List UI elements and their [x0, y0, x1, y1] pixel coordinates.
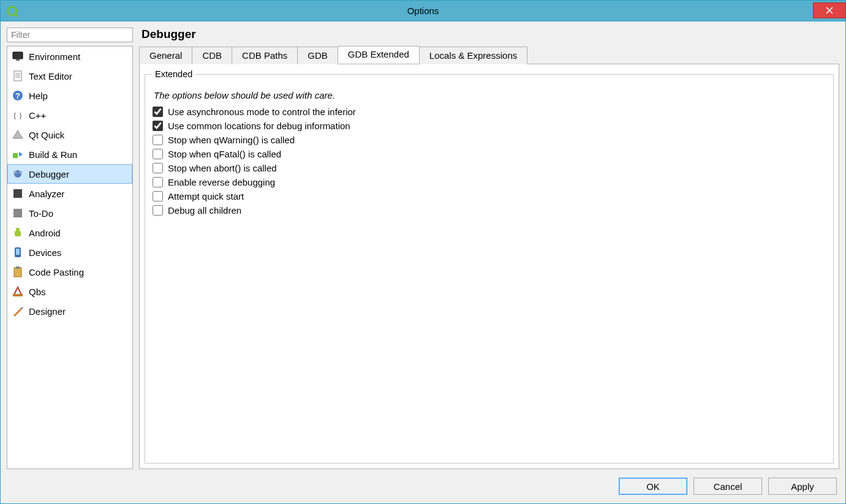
checkbox-input[interactable] [153, 121, 163, 131]
checkbox-label: Stop when abort() is called [168, 163, 277, 173]
checkbox-row[interactable]: Stop when abort() is called [153, 163, 826, 173]
checkbox-input[interactable] [153, 191, 163, 201]
group-legend: Extended [153, 69, 195, 79]
checkbox-row[interactable]: Stop when qWarning() is called [153, 135, 826, 145]
svg-text:?: ? [15, 91, 20, 100]
checkbox-label: Enable reverse debugging [168, 177, 275, 187]
apply-button[interactable]: Apply [768, 478, 837, 495]
category-label: Build & Run [29, 149, 77, 160]
cancel-button[interactable]: Cancel [693, 478, 762, 495]
svg-rect-4 [14, 71, 21, 81]
svg-line-22 [16, 228, 17, 229]
svg-rect-28 [13, 294, 23, 296]
svg-point-15 [19, 172, 20, 173]
category-item[interactable]: ?Help [7, 86, 132, 105]
todo-icon [12, 207, 24, 219]
svg-marker-12 [19, 152, 23, 157]
page-title: Debugger [142, 28, 839, 41]
doc-icon [12, 70, 24, 82]
client-area: EnvironmentText Editor?Help{ }C++Qt Quic… [1, 21, 845, 503]
tab[interactable]: General [139, 47, 192, 64]
cpp-icon: { } [12, 109, 24, 121]
checkbox-label: Use common locations for debug informati… [168, 121, 350, 131]
monitor-icon [12, 50, 24, 62]
tab[interactable]: CDB Paths [232, 47, 298, 64]
category-label: Code Pasting [29, 267, 84, 277]
svg-rect-20 [15, 231, 21, 236]
tab[interactable]: GDB Extended [338, 46, 420, 64]
window-title: Options [1, 6, 845, 16]
checkbox-input[interactable] [153, 149, 163, 159]
devices-icon [12, 246, 24, 258]
checkbox-row[interactable]: Enable reverse debugging [153, 177, 826, 187]
category-label: Analyzer [29, 189, 64, 199]
qquick-icon [12, 129, 24, 141]
checkbox-input[interactable] [153, 135, 163, 145]
category-item[interactable]: Qt Quick [7, 125, 132, 145]
category-label: Help [29, 91, 48, 101]
paste-icon [12, 266, 24, 278]
svg-rect-11 [13, 153, 18, 158]
svg-rect-2 [13, 52, 23, 59]
qbs-icon [12, 285, 24, 298]
svg-rect-26 [14, 268, 21, 277]
category-item[interactable]: Debugger [7, 164, 132, 184]
category-list[interactable]: EnvironmentText Editor?Help{ }C++Qt Quic… [7, 46, 133, 469]
category-item[interactable]: Android [7, 223, 132, 243]
tab[interactable]: GDB [297, 47, 338, 64]
category-label: Debugger [29, 169, 69, 179]
category-item[interactable]: Analyzer [7, 184, 132, 203]
svg-rect-3 [16, 59, 20, 61]
filter-input[interactable] [7, 28, 133, 42]
checkbox-input[interactable] [153, 205, 163, 216]
svg-text:{ }: { } [13, 111, 23, 120]
category-label: Designer [29, 306, 66, 317]
category-item[interactable]: Qbs [7, 282, 132, 301]
tab[interactable]: CDB [192, 47, 232, 64]
designer-icon [12, 305, 24, 317]
dialog-buttons: OK Cancel Apply [1, 472, 845, 503]
svg-line-23 [19, 228, 20, 229]
left-pane: EnvironmentText Editor?Help{ }C++Qt Quic… [7, 28, 133, 469]
checkbox-input[interactable] [153, 177, 163, 187]
titlebar: Options [1, 1, 845, 21]
ok-button[interactable]: OK [619, 478, 687, 495]
checkbox-input[interactable] [153, 163, 163, 173]
close-button[interactable] [813, 2, 846, 18]
tab-bar: GeneralCDBCDB PathsGDBGDB ExtendedLocals… [139, 46, 839, 64]
svg-rect-25 [16, 249, 20, 255]
category-item[interactable]: Environment [7, 47, 132, 66]
category-item[interactable]: Designer [7, 301, 132, 321]
extended-group: Extended The options below should be use… [145, 69, 834, 464]
category-item[interactable]: Build & Run [7, 145, 132, 164]
checkbox-row[interactable]: Use common locations for debug informati… [153, 121, 826, 131]
category-label: Environment [29, 51, 80, 62]
debugger-icon [12, 168, 24, 180]
category-item[interactable]: Text Editor [7, 66, 132, 86]
options-dialog: Options EnvironmentText Editor?Help{ }C+… [0, 0, 846, 504]
svg-line-1 [14, 13, 18, 17]
svg-rect-27 [16, 266, 20, 269]
category-item[interactable]: Code Pasting [7, 262, 132, 282]
android-icon [12, 227, 24, 239]
checkbox-label: Stop when qWarning() is called [168, 135, 295, 145]
tab[interactable]: Locals & Expressions [419, 47, 527, 64]
checkbox-row[interactable]: Use asynchronous mode to control the inf… [153, 107, 826, 117]
buildrun-icon [12, 148, 24, 160]
svg-rect-18 [13, 189, 22, 198]
checkbox-input[interactable] [153, 107, 163, 117]
right-pane: Debugger GeneralCDBCDB PathsGDBGDB Exten… [139, 28, 839, 469]
category-label: C++ [29, 110, 46, 121]
checkbox-label: Stop when qFatal() is called [168, 149, 281, 159]
checkbox-row[interactable]: Debug all children [153, 205, 826, 216]
category-item[interactable]: { }C++ [7, 105, 132, 125]
svg-rect-19 [13, 209, 22, 217]
svg-point-13 [14, 170, 21, 178]
category-label: Android [29, 228, 61, 238]
category-item[interactable]: Devices [7, 243, 132, 262]
checkbox-row[interactable]: Stop when qFatal() is called [153, 149, 826, 159]
category-item[interactable]: To-Do [7, 203, 132, 223]
svg-point-14 [15, 172, 17, 173]
checkbox-row[interactable]: Attempt quick start [153, 191, 826, 201]
category-label: Text Editor [29, 71, 72, 81]
